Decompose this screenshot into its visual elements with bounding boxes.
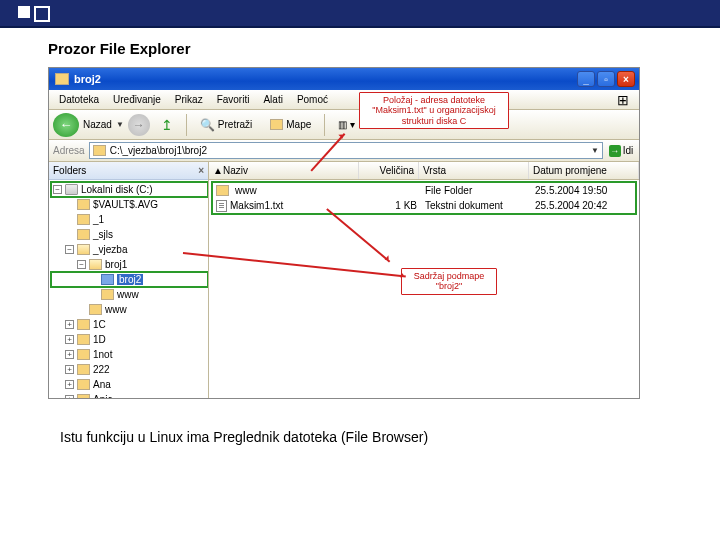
col-name[interactable]: ▲ Naziv [209,162,359,179]
slide-title: Prozor File Explorer [48,40,720,57]
folder-icon [77,379,90,390]
folder-icon [77,214,90,225]
folder-icon [77,349,90,360]
go-icon: → [609,145,621,157]
folder-tree[interactable]: −Lokalni disk (C:)$VAULT$.AVG_1_sjls−_vj… [49,180,208,399]
folder-icon [216,185,229,196]
maximize-button[interactable]: ▫ [597,71,615,87]
folder-icon [77,229,90,240]
expand-toggle-icon[interactable]: + [65,335,74,344]
tree-node[interactable]: −broj1 [51,257,208,272]
tree-label: Ana [93,377,111,392]
folder-open-icon [89,259,102,270]
folder-icon [93,145,106,156]
windows-logo-icon: ⊞ [609,90,637,110]
col-type[interactable]: Vrsta [419,162,529,179]
tree-label: Lokalni disk (C:) [81,182,153,197]
folders-pane: Folders × −Lokalni disk (C:)$VAULT$.AVG_… [49,162,209,399]
slide-header [0,0,720,28]
tree-label: _vjezba [93,242,127,257]
views-icon: ▥ [338,119,347,130]
folder-open-icon [101,274,114,285]
tree-node[interactable]: +1not [51,347,208,362]
folder-icon [77,319,90,330]
tree-node[interactable]: +1C [51,317,208,332]
up-icon: ↥ [161,117,173,133]
tree-label: _1 [93,212,104,227]
go-button[interactable]: → Idi [607,142,635,159]
col-size[interactable]: Veličina [359,162,419,179]
tree-node[interactable]: $VAULT$.AVG [51,197,208,212]
tree-label: broj1 [105,257,127,272]
folder-icon [55,73,69,85]
window-titlebar[interactable]: broj2 _ ▫ × [49,68,639,90]
tree-node[interactable]: +222 [51,362,208,377]
folder-icon [101,289,114,300]
folder-icon [77,394,90,399]
tree-label: 1not [93,347,112,362]
address-input[interactable]: C:\_vjezba\broj1\broj2 ▼ [89,142,603,159]
views-button[interactable]: ▥▾ [331,113,362,137]
close-button[interactable]: × [617,71,635,87]
tree-label: broj2 [117,272,143,287]
tree-label: www [105,302,127,317]
file-type: File Folder [421,185,531,196]
callout-address: Položaj - adresa datoteke "Maksim1.txt" … [359,92,509,129]
close-pane-icon[interactable]: × [198,165,204,176]
text-file-icon [216,200,227,212]
address-bar: Adresa C:\_vjezba\broj1\broj2 ▼ → Idi [49,140,639,162]
tree-node[interactable]: _1 [51,212,208,227]
minimize-button[interactable]: _ [577,71,595,87]
menu-view[interactable]: Prikaz [169,92,209,107]
tree-label: Anic [93,392,112,399]
tree-node[interactable]: +Ana [51,377,208,392]
folder-icon [89,304,102,315]
expand-toggle-icon[interactable]: + [65,380,74,389]
tree-label: $VAULT$.AVG [93,197,158,212]
expand-toggle-icon[interactable]: + [65,365,74,374]
file-row[interactable]: wwwFile Folder25.5.2004 19:50 [213,183,635,198]
tree-node[interactable]: +Anic [51,392,208,399]
menu-help[interactable]: Pomoć [291,92,334,107]
menu-tools[interactable]: Alati [257,92,288,107]
menu-favorites[interactable]: Favoriti [211,92,256,107]
tree-node[interactable]: broj2 [51,272,208,287]
file-name: Maksim1.txt [230,200,283,211]
folders-button[interactable]: Mape [263,113,318,137]
tree-node[interactable]: −Lokalni disk (C:) [51,182,208,197]
tree-node[interactable]: _sjls [51,227,208,242]
callout-content: Sadržaj podmape "broj2" [401,268,497,295]
folder-icon [77,364,90,375]
menu-edit[interactable]: Uređivanje [107,92,167,107]
col-date[interactable]: Datum promjene [529,162,639,179]
folder-open-icon [77,244,90,255]
tree-node[interactable]: −_vjezba [51,242,208,257]
expand-toggle-icon[interactable]: + [65,320,74,329]
forward-button[interactable]: → [128,114,150,136]
search-button[interactable]: 🔍Pretraži [193,113,259,137]
search-icon: 🔍 [200,118,215,132]
expand-toggle-icon[interactable]: + [65,395,74,399]
expand-toggle-icon[interactable]: + [65,350,74,359]
menu-file[interactable]: Datoteka [53,92,105,107]
back-dropdown-icon[interactable]: ▼ [116,120,124,129]
tree-node[interactable]: www [51,302,208,317]
tree-node[interactable]: +1D [51,332,208,347]
back-label: Nazad [83,119,112,130]
slide-footer: Istu funkciju u Linux ima Preglednik dat… [60,429,720,445]
file-row[interactable]: Maksim1.txt1 KBTekstni dokument25.5.2004… [213,198,635,213]
folder-icon [77,334,90,345]
expand-toggle-icon[interactable]: − [77,260,86,269]
file-name: www [235,185,257,196]
file-date: 25.5.2004 19:50 [531,185,635,196]
expand-toggle-icon[interactable]: − [65,245,74,254]
up-button[interactable]: ↥ [154,113,180,137]
tree-label: www [117,287,139,302]
column-headers[interactable]: ▲ Naziv Veličina Vrsta Datum promjene [209,162,639,180]
folders-icon [270,119,283,130]
address-dropdown-icon[interactable]: ▼ [591,146,599,155]
tree-node[interactable]: www [51,287,208,302]
back-button[interactable]: ← [53,113,79,137]
main-area: Folders × −Lokalni disk (C:)$VAULT$.AVG_… [49,162,639,399]
expand-toggle-icon[interactable]: − [53,185,62,194]
